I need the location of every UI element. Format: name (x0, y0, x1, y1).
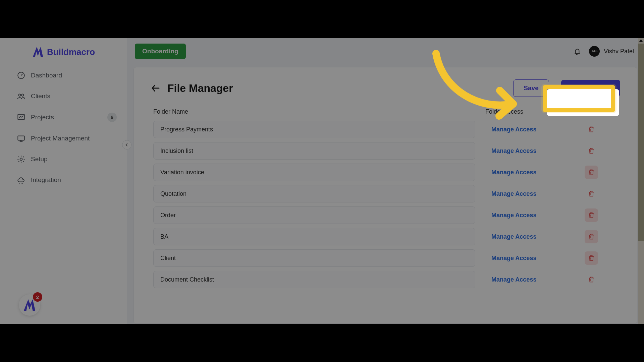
delete-folder-button[interactable] (585, 187, 598, 200)
sidebar-item-label: Project Management (31, 135, 90, 142)
manage-access-link[interactable]: Manage Access (491, 255, 565, 262)
trash-icon (588, 190, 595, 197)
screen-icon (17, 134, 25, 143)
sidebar-item-integration[interactable]: Integration (17, 176, 117, 184)
sidebar-item-label: Integration (31, 176, 61, 184)
manage-access-link[interactable]: Manage Access (491, 169, 565, 176)
folder-name-input[interactable] (153, 249, 475, 267)
trash-icon (588, 147, 595, 155)
avatar[interactable]: ildm (589, 46, 600, 57)
onboarding-button[interactable]: Onboarding (135, 44, 186, 59)
folder-name-input[interactable] (153, 185, 475, 202)
brand-logo[interactable]: Buildmacro (0, 46, 127, 58)
brand-mark-icon (32, 46, 44, 58)
manage-access-link[interactable]: Manage Access (491, 147, 565, 155)
trash-icon (588, 233, 595, 240)
folder-name-input[interactable] (153, 121, 475, 138)
tutorial-highlight-fill (547, 89, 619, 116)
topbar: Onboarding ildm Vishv Patel (127, 38, 644, 64)
table-row: Manage Access (151, 249, 620, 267)
folder-name-input[interactable] (153, 142, 475, 160)
svg-point-2 (21, 94, 24, 97)
letterbox-top (0, 0, 644, 38)
brand-name: Buildmacro (47, 47, 95, 57)
svg-rect-4 (18, 136, 24, 140)
sidebar-item-setup[interactable]: Setup (17, 155, 117, 164)
back-button[interactable] (151, 83, 161, 93)
help-widget-count: 2 (33, 292, 42, 302)
letterbox-bottom (0, 324, 644, 362)
app-container: Buildmacro DashboardClientsProjects6Proj… (0, 38, 644, 324)
trash-icon (588, 126, 595, 133)
sidebar-nav: DashboardClientsProjects6Project Managem… (0, 71, 127, 184)
manage-access-link[interactable]: Manage Access (491, 212, 565, 219)
sidebar-item-label: Setup (31, 156, 48, 163)
table-row: Manage Access (151, 121, 620, 138)
sidebar-item-label: Dashboard (31, 72, 62, 79)
sidebar-item-badge: 6 (107, 113, 117, 122)
table-row: Manage Access (151, 185, 620, 202)
sidebar: Buildmacro DashboardClientsProjects6Proj… (0, 38, 127, 324)
scroll-up-icon (639, 38, 643, 43)
folder-rows: Manage AccessManage AccessManage AccessM… (151, 121, 620, 288)
folder-name-input[interactable] (153, 228, 475, 245)
table-row: Manage Access (151, 164, 620, 181)
trash-icon (588, 276, 595, 283)
sidebar-item-label: Projects (31, 114, 54, 121)
folder-name-input[interactable] (153, 206, 475, 224)
sidebar-item-projects[interactable]: Projects6 (17, 113, 117, 122)
trash-icon (588, 254, 595, 262)
table-row: Manage Access (151, 271, 620, 288)
manage-access-link[interactable]: Manage Access (491, 276, 565, 283)
help-widget[interactable]: 2 (19, 294, 40, 316)
table-row: Manage Access (151, 228, 620, 245)
manage-access-link[interactable]: Manage Access (491, 190, 565, 197)
sidebar-item-project-management[interactable]: Project Management (17, 134, 117, 143)
save-button[interactable]: Save (513, 79, 549, 97)
delete-folder-button[interactable] (585, 166, 598, 179)
username: Vishv Patel (604, 48, 634, 55)
trash-icon (588, 169, 595, 176)
gauge-icon (17, 71, 25, 80)
sidebar-item-clients[interactable]: Clients (17, 92, 117, 101)
delete-folder-button[interactable] (585, 251, 598, 265)
delete-folder-button[interactable] (585, 208, 598, 222)
delete-folder-button[interactable] (585, 230, 598, 243)
brand-mark-icon (23, 299, 36, 311)
table-row: Manage Access (151, 142, 620, 160)
scrollbar-thumb[interactable] (638, 44, 644, 241)
users-icon (17, 92, 25, 101)
column-header-name: Folder Name (153, 108, 485, 115)
manage-access-link[interactable]: Manage Access (491, 233, 565, 240)
gear-icon (17, 155, 25, 164)
delete-folder-button[interactable] (585, 273, 598, 286)
trash-icon (588, 212, 595, 219)
notifications-icon[interactable] (573, 47, 582, 56)
svg-point-1 (18, 94, 21, 97)
table-row: Manage Access (151, 206, 620, 224)
sidebar-item-dashboard[interactable]: Dashboard (17, 71, 117, 80)
cloud-icon (17, 176, 25, 184)
main-area: Onboarding ildm Vishv Patel File Manager… (127, 38, 644, 324)
folder-name-input[interactable] (153, 271, 475, 288)
svg-point-5 (20, 158, 22, 161)
manage-access-link[interactable]: Manage Access (491, 126, 565, 133)
folder-name-input[interactable] (153, 164, 475, 181)
delete-folder-button[interactable] (585, 144, 598, 158)
chart-icon (17, 113, 25, 122)
sidebar-item-label: Clients (31, 93, 50, 100)
scrollbar-track[interactable] (638, 38, 644, 324)
page-title: File Manager (167, 82, 233, 95)
delete-folder-button[interactable] (585, 123, 598, 136)
